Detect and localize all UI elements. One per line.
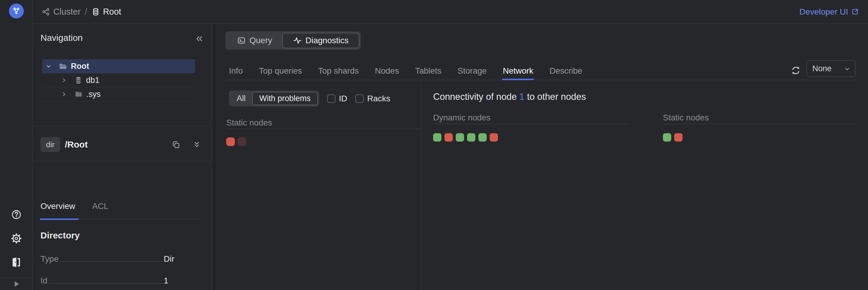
tab-top-shards[interactable]: Top shards — [318, 64, 359, 80]
node-status-square[interactable] — [238, 137, 246, 146]
divider — [33, 126, 212, 126]
definition-label: Type — [40, 254, 59, 264]
dynamic-nodes-group: Dynamic nodes — [433, 114, 628, 142]
tab-network[interactable]: Network — [503, 64, 533, 80]
chevron-right-icon[interactable] — [61, 77, 67, 84]
developer-ui-link[interactable]: Developer UI — [800, 7, 859, 17]
overview-heading: Directory — [40, 230, 80, 240]
view-option-query[interactable]: Query — [227, 33, 282, 48]
node-status-square[interactable] — [490, 133, 498, 142]
tab-overview[interactable]: Overview — [40, 201, 75, 212]
id-checkbox[interactable] — [327, 94, 336, 103]
vertical-divider — [421, 80, 422, 290]
definition-row-id: Id 1 — [40, 277, 180, 286]
node-id-link[interactable]: 1 — [520, 91, 525, 102]
node-status-square[interactable] — [663, 133, 671, 142]
breadcrumb-entity[interactable]: Root — [91, 7, 121, 17]
definition-label: Id — [40, 276, 47, 286]
node-status-square[interactable] — [444, 133, 453, 142]
help-button[interactable] — [0, 207, 33, 223]
node-status-row — [663, 133, 857, 142]
racks-checkbox-label[interactable]: Racks — [367, 94, 391, 104]
top-bar: Cluster / Root Developer UI — [33, 0, 868, 24]
expand-info-button[interactable] — [190, 138, 203, 151]
definition-value: 1 — [164, 276, 180, 286]
breadcrumb-separator: / — [85, 7, 87, 17]
expand-panel-button[interactable] — [0, 278, 33, 290]
tree-item-sys[interactable]: .sys — [42, 87, 195, 102]
node-status-square[interactable] — [467, 133, 475, 142]
terminal-icon — [237, 36, 246, 45]
filter-option-with-problems[interactable]: With problems — [252, 92, 318, 105]
navigation-tree: Root db1 — [42, 59, 195, 102]
active-tab-indicator — [40, 219, 79, 220]
tab-describe[interactable]: Describe — [550, 64, 582, 80]
dotted-leader — [60, 261, 162, 262]
database-icon — [91, 7, 100, 16]
tab-storage[interactable]: Storage — [458, 64, 487, 80]
navigation-header: Navigation « — [40, 33, 204, 43]
tree-item-db1[interactable]: db1 — [42, 73, 195, 87]
problem-filter: All With problems — [229, 91, 319, 107]
navigation-panel: Navigation « Root — [33, 24, 212, 290]
static-nodes-group: Static nodes — [663, 114, 857, 142]
refresh-button[interactable] — [789, 64, 802, 77]
chevron-right-icon[interactable] — [61, 91, 67, 98]
node-status-square[interactable] — [674, 133, 683, 142]
filter-option-all[interactable]: All — [230, 92, 252, 105]
panel-resizer[interactable] — [212, 24, 216, 290]
refresh-icon — [790, 65, 801, 76]
chevron-down-icon — [843, 65, 851, 73]
static-nodes-section: Static nodes — [226, 119, 421, 146]
collapse-panel-button[interactable]: « — [195, 34, 204, 42]
view-option-diagnostics[interactable]: Diagnostics — [282, 33, 359, 48]
rail-footer-divider — [0, 278, 32, 278]
entity-path: /Root — [65, 140, 88, 150]
folder-open-icon — [58, 62, 68, 71]
copy-icon — [172, 140, 181, 149]
view-option-label: Query — [249, 36, 272, 45]
tree-item-label: db1 — [86, 76, 99, 85]
racks-checkbox[interactable] — [355, 94, 364, 103]
tab-top-queries[interactable]: Top queries — [259, 64, 302, 80]
racks-checkbox-wrap: Racks — [355, 94, 391, 104]
divider — [33, 161, 212, 161]
view-switcher: Query Diagnostics — [225, 31, 361, 50]
id-checkbox-wrap: ID — [327, 94, 347, 104]
entity-type-badge: dir — [40, 137, 60, 152]
main-content: Query Diagnostics Info Top queries Top s… — [216, 24, 868, 290]
ydb-logo[interactable] — [9, 4, 24, 19]
breadcrumb-cluster[interactable]: Cluster — [42, 7, 81, 17]
double-chevron-down-icon — [192, 140, 201, 149]
group-title: Dynamic nodes — [433, 114, 628, 124]
breadcrumb-entity-label: Root — [103, 7, 121, 17]
settings-button[interactable] — [0, 230, 33, 246]
breadcrumb: Cluster / Root — [42, 7, 121, 17]
tab-tablets[interactable]: Tablets — [415, 64, 441, 80]
tab-nodes[interactable]: Nodes — [375, 64, 399, 80]
tab-acl[interactable]: ACL — [92, 201, 108, 212]
id-checkbox-label[interactable]: ID — [339, 94, 347, 104]
entity-tabs: Overview ACL — [40, 201, 199, 212]
chevron-down-icon[interactable] — [45, 63, 52, 70]
node-status-square[interactable] — [226, 137, 235, 146]
tree-item-label: Root — [71, 62, 89, 71]
tree-item-label: .sys — [86, 90, 101, 99]
dotted-leader — [49, 283, 162, 284]
expand-play-icon — [12, 280, 20, 288]
definition-row-type: Type Dir — [40, 255, 180, 264]
external-link-icon — [851, 8, 859, 16]
autorefresh-select[interactable]: None — [807, 60, 856, 77]
connectivity-title-prefix: Connectivity of node — [433, 91, 520, 102]
copy-path-button[interactable] — [169, 138, 183, 151]
logout-button[interactable] — [0, 254, 33, 270]
node-status-square[interactable] — [478, 133, 487, 142]
tab-info[interactable]: Info — [229, 64, 243, 80]
section-title: Static nodes — [226, 119, 421, 129]
settings-gear-icon — [11, 233, 22, 244]
tree-item-root[interactable]: Root — [42, 59, 195, 73]
node-status-square[interactable] — [433, 133, 441, 142]
help-icon — [11, 209, 22, 220]
left-rail — [0, 0, 33, 290]
node-status-square[interactable] — [456, 133, 464, 142]
